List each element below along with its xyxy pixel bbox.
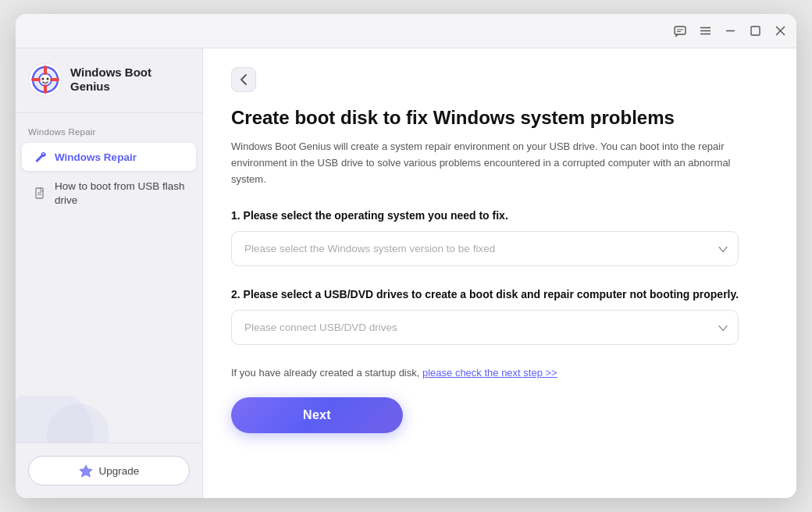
app-logo (28, 62, 62, 97)
svg-point-13 (42, 78, 45, 80)
content-area: Create boot disk to fix Windows system p… (203, 48, 796, 498)
section-2-label: 2. Please select a USB/DVD drives to cre… (231, 288, 765, 300)
sidebar-section-label: Windows Repair (16, 113, 202, 141)
back-button[interactable] (231, 67, 256, 92)
svg-point-12 (39, 73, 52, 86)
title-bar-controls (673, 24, 787, 38)
page-description: Windows Boot Genius will create a system… (231, 139, 731, 187)
sidebar-item-windows-repair[interactable]: Windows Repair (22, 143, 196, 171)
main-layout: Windows Boot Genius Windows Repair Windo… (16, 48, 796, 498)
usb-select[interactable]: Please connect USB/DVD drives (231, 310, 739, 345)
section-1-label: 1. Please select the operating system yo… (231, 209, 765, 222)
section-2: 2. Please select a USB/DVD drives to cre… (231, 288, 765, 345)
os-select-wrapper: Please select the Windows system version… (231, 231, 739, 266)
sidebar: Windows Boot Genius Windows Repair Windo… (16, 48, 203, 498)
upgrade-button-label: Upgrade (99, 465, 140, 477)
maximize-icon[interactable] (748, 24, 762, 38)
svg-point-14 (47, 78, 49, 80)
svg-point-15 (43, 153, 45, 155)
document-icon (33, 187, 47, 201)
page-title: Create boot disk to fix Windows system p… (231, 106, 765, 130)
app-name: Windows Boot Genius (70, 66, 151, 94)
hint-text-static: If you have already created a startup di… (231, 367, 422, 379)
close-icon[interactable] (773, 24, 787, 38)
section-1: 1. Please select the operating system yo… (231, 209, 765, 266)
sidebar-decoration (16, 396, 202, 443)
sidebar-nav: Windows Repair Windows Repair (16, 113, 202, 396)
sidebar-header: Windows Boot Genius (16, 48, 202, 113)
upgrade-button[interactable]: Upgrade (28, 456, 190, 485)
sidebar-item-boot-usb[interactable]: How to boot from USB flash drive (22, 172, 196, 214)
usb-select-wrapper: Please connect USB/DVD drives (231, 310, 739, 345)
minimize-icon[interactable] (723, 24, 737, 38)
sidebar-item-windows-repair-label: Windows Repair (55, 151, 137, 163)
hint-link[interactable]: please check the next step >> (422, 367, 557, 379)
wrench-icon (33, 150, 47, 164)
hint-text: If you have already created a startup di… (231, 367, 765, 379)
title-bar (16, 14, 796, 48)
menu-icon[interactable] (698, 24, 712, 38)
next-button[interactable]: Next (231, 397, 403, 433)
svg-rect-0 (675, 27, 686, 34)
svg-marker-19 (80, 465, 92, 477)
feedback-icon[interactable] (673, 24, 687, 38)
svg-rect-7 (751, 27, 760, 35)
os-select[interactable]: Please select the Windows system version… (231, 231, 739, 266)
sidebar-footer: Upgrade (16, 443, 202, 498)
app-window: Windows Boot Genius Windows Repair Windo… (16, 14, 796, 498)
sidebar-item-boot-usb-label: How to boot from USB flash drive (55, 180, 185, 207)
